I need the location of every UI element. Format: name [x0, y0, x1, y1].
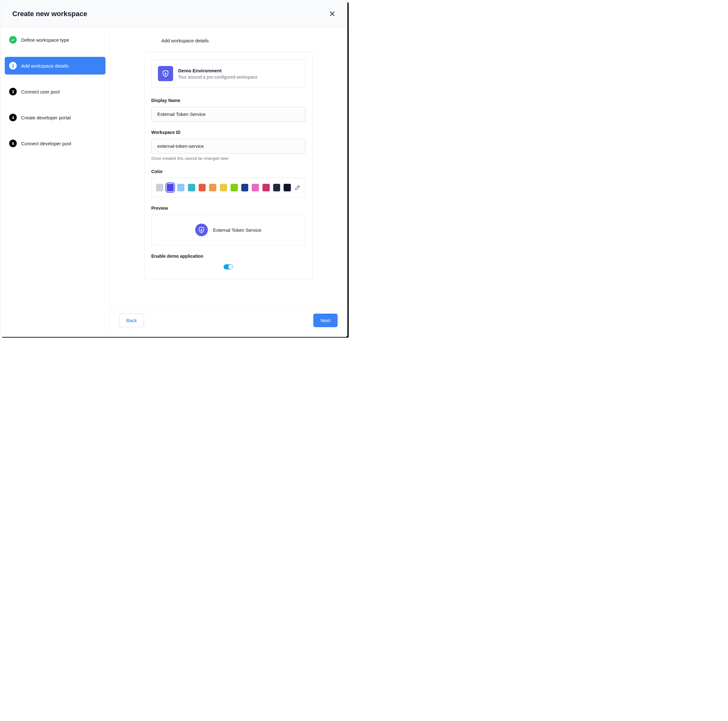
- environment-title: Demo Environment: [178, 68, 257, 73]
- color-swatch[interactable]: [209, 184, 216, 191]
- color-swatch[interactable]: [199, 184, 206, 191]
- color-swatch[interactable]: [284, 184, 291, 191]
- color-swatch[interactable]: [156, 184, 163, 191]
- color-swatch[interactable]: [263, 184, 270, 191]
- wizard-step-4[interactable]: 4Create developer portal: [5, 108, 106, 126]
- wizard-step-label: Define workspace type: [21, 37, 69, 43]
- shield-icon: [158, 66, 173, 81]
- enable-demo-toggle[interactable]: [223, 264, 233, 269]
- workspace-form: Demo Environment Tour around a pre-confi…: [144, 52, 313, 279]
- workspace-id-input[interactable]: [151, 139, 306, 153]
- color-swatch[interactable]: [167, 184, 174, 191]
- step-number-icon: 5: [9, 140, 17, 147]
- color-swatch[interactable]: [241, 184, 249, 191]
- shield-icon: [195, 224, 208, 236]
- step-number-icon: 4: [9, 114, 17, 121]
- wizard-step-label: Create developer portal: [21, 115, 71, 120]
- create-workspace-modal: Create new workspace ✕ Define workspace …: [1, 1, 347, 337]
- wizard-step-2[interactable]: 2Add workspace details: [5, 57, 106, 75]
- modal-header: Create new workspace ✕: [1, 1, 347, 27]
- color-swatch[interactable]: [252, 184, 259, 191]
- color-swatch[interactable]: [177, 184, 184, 191]
- wizard-step-label: Connect user pool: [21, 89, 60, 95]
- preview-name: External Token Service: [213, 228, 261, 233]
- color-swatch[interactable]: [273, 184, 280, 191]
- check-icon: [9, 36, 17, 44]
- eyedropper-icon[interactable]: [294, 185, 301, 191]
- step-number-icon: 2: [9, 62, 17, 69]
- back-button[interactable]: Back: [119, 314, 144, 327]
- display-name-input[interactable]: [151, 107, 306, 122]
- workspace-id-label: Workspace ID: [151, 130, 306, 135]
- next-button[interactable]: Next: [313, 314, 338, 327]
- wizard-step-3[interactable]: 3Connect user pool: [5, 83, 106, 101]
- wizard-steps-sidebar: Define workspace type2Add workspace deta…: [1, 27, 110, 337]
- modal-title: Create new workspace: [12, 10, 87, 18]
- wizard-step-label: Connect developer pool: [21, 141, 71, 146]
- wizard-step-5[interactable]: 5Connect developer pool: [5, 134, 106, 152]
- wizard-footer: Back Next: [110, 307, 347, 337]
- display-name-label: Display Name: [151, 98, 306, 103]
- color-swatch[interactable]: [220, 184, 227, 191]
- color-swatch[interactable]: [188, 184, 195, 191]
- environment-card[interactable]: Demo Environment Tour around a pre-confi…: [151, 60, 306, 88]
- section-title: Add workspace details: [161, 38, 335, 43]
- wizard-step-label: Add workspace details: [21, 63, 69, 69]
- close-icon[interactable]: ✕: [329, 10, 336, 18]
- color-label: Color: [151, 169, 306, 174]
- step-number-icon: 3: [9, 88, 17, 95]
- environment-subtitle: Tour around a pre-configured workspace: [178, 75, 257, 79]
- wizard-step-1[interactable]: Define workspace type: [5, 31, 106, 49]
- preview-label: Preview: [151, 206, 306, 211]
- color-picker: [151, 178, 306, 197]
- color-swatch[interactable]: [231, 184, 238, 191]
- workspace-id-helper: Once created this cannot be changed late…: [151, 156, 306, 161]
- preview-box: External Token Service: [151, 214, 306, 245]
- enable-demo-label: Enable demo application: [151, 254, 306, 259]
